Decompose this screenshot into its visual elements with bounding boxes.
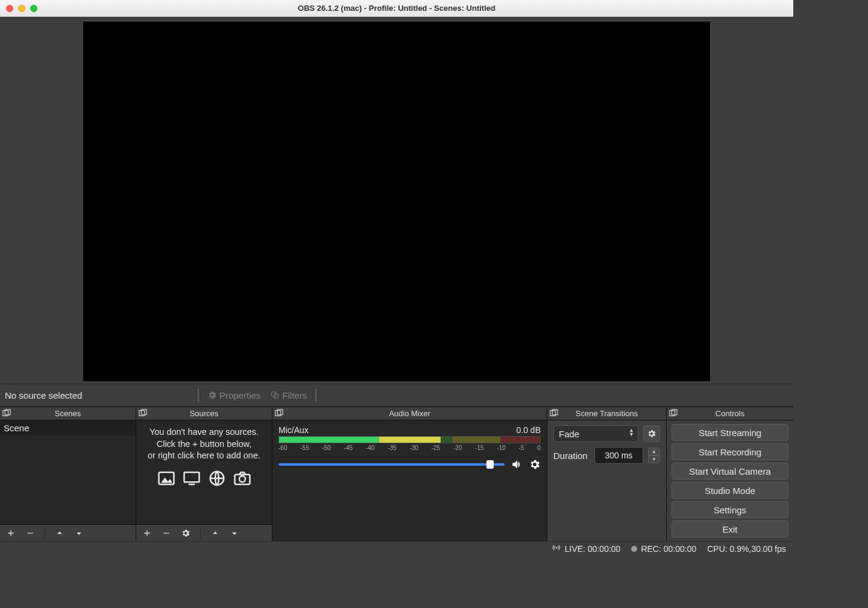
status-bar: LIVE: 00:00:00 REC: 00:00:00 CPU: 0.9%,3… <box>0 541 793 556</box>
window-title: OBS 26.1.2 (mac) - Profile: Untitled - S… <box>0 4 793 13</box>
sources-list[interactable]: You don't have any sources. Click the + … <box>136 420 272 524</box>
undock-icon[interactable] <box>139 409 147 417</box>
duration-step-up[interactable]: ▲ <box>648 448 660 455</box>
undock-icon[interactable] <box>669 409 678 417</box>
camera-icon <box>231 469 253 487</box>
controls-panel-header: Controls <box>667 407 793 420</box>
studio-mode-button[interactable]: Studio Mode <box>671 482 788 499</box>
properties-button[interactable]: Properties <box>203 388 265 403</box>
remove-source-button[interactable] <box>158 527 175 540</box>
start-recording-button[interactable]: Start Recording <box>671 443 788 460</box>
chevron-up-icon <box>55 528 64 538</box>
plus-icon <box>142 528 152 538</box>
start-virtual-camera-button[interactable]: Start Virtual Camera <box>671 463 788 480</box>
mixer-channel-db: 0.0 dB <box>517 425 541 435</box>
chevron-down-icon <box>74 528 84 538</box>
move-source-down-button[interactable] <box>226 527 243 540</box>
properties-label: Properties <box>219 390 260 401</box>
toolbar-gripper[interactable] <box>197 388 200 402</box>
plus-icon <box>6 528 16 538</box>
status-cpu: CPU: 0.9%,30.00 fps <box>707 544 786 554</box>
source-settings-button[interactable] <box>177 527 194 540</box>
preview-area <box>0 17 793 384</box>
controls-panel-title: Controls <box>715 409 744 418</box>
toolbar-gripper[interactable] <box>314 388 318 402</box>
meter-ticks: -60-55-50-45-40-35-30-25-20-15-10-50 <box>278 445 541 451</box>
mixer-panel-header: Audio Mixer <box>272 407 547 420</box>
filters-label: Filters <box>282 390 307 401</box>
scenes-panel-header: Scenes <box>0 407 136 420</box>
sources-panel-title: Sources <box>190 409 219 418</box>
sources-empty-message: You don't have any sources. Click the + … <box>136 420 272 487</box>
remove-scene-button[interactable] <box>22 527 39 540</box>
mixer-channel-name: Mic/Aux <box>278 425 309 435</box>
undock-icon[interactable] <box>275 409 283 417</box>
duration-label: Duration <box>553 451 590 461</box>
undock-icon[interactable] <box>2 409 11 417</box>
broadcast-icon <box>552 543 561 554</box>
scenes-panel-title: Scenes <box>55 409 81 418</box>
image-icon <box>156 469 177 487</box>
exit-button[interactable]: Exit <box>671 521 788 537</box>
transition-select-value: Fade <box>559 429 579 439</box>
select-arrows-icon: ▲▼ <box>629 428 634 437</box>
chevron-down-icon <box>230 528 239 538</box>
transition-select[interactable]: Fade ▲▼ <box>553 425 638 442</box>
gear-icon <box>647 429 656 439</box>
filters-button[interactable]: Filters <box>265 388 312 403</box>
chevron-up-icon <box>210 528 220 538</box>
transition-settings-button[interactable] <box>643 425 660 442</box>
transitions-panel-header: Scene Transitions <box>547 407 666 420</box>
monitor-icon <box>181 469 203 487</box>
transitions-panel-title: Scene Transitions <box>576 409 638 418</box>
add-scene-button[interactable] <box>2 527 19 540</box>
mixer-body: Mic/Aux 0.0 dB -60-55-50-45-40-35-30-25-… <box>272 420 547 541</box>
audio-meter <box>278 436 541 443</box>
minus-icon <box>162 528 171 538</box>
status-live: LIVE: 00:00:00 <box>565 544 621 554</box>
globe-icon <box>206 469 228 487</box>
move-scene-down-button[interactable] <box>71 527 87 540</box>
window-titlebar: OBS 26.1.2 (mac) - Profile: Untitled - S… <box>0 0 793 17</box>
minus-icon <box>25 528 35 538</box>
mixer-panel-title: Audio Mixer <box>389 409 430 418</box>
gear-icon[interactable] <box>529 458 541 470</box>
duration-field[interactable]: 300 ms <box>594 447 643 464</box>
volume-slider[interactable] <box>278 463 505 466</box>
move-source-up-button[interactable] <box>207 527 224 540</box>
program-preview[interactable] <box>83 22 710 381</box>
source-toolbar: No source selected Properties Filters <box>0 384 793 407</box>
source-selection-status: No source selected <box>5 390 82 401</box>
scene-list-item[interactable]: Scene <box>0 420 136 435</box>
svg-rect-7 <box>184 472 199 482</box>
sources-panel-header: Sources <box>136 407 272 420</box>
move-scene-up-button[interactable] <box>51 527 68 540</box>
undock-icon[interactable] <box>550 409 558 417</box>
duration-step-down[interactable]: ▼ <box>648 455 660 463</box>
add-source-button[interactable] <box>139 527 156 540</box>
gear-icon <box>181 528 190 538</box>
settings-button[interactable]: Settings <box>671 501 788 518</box>
start-streaming-button[interactable]: Start Streaming <box>671 424 788 441</box>
speaker-icon[interactable] <box>511 458 523 470</box>
svg-point-17 <box>555 547 557 549</box>
gear-icon <box>207 390 217 400</box>
record-indicator-icon <box>631 546 637 552</box>
svg-point-10 <box>239 476 245 482</box>
status-rec: REC: 00:00:00 <box>641 544 696 554</box>
scenes-list[interactable]: Scene <box>0 420 136 524</box>
filters-icon <box>270 390 280 400</box>
